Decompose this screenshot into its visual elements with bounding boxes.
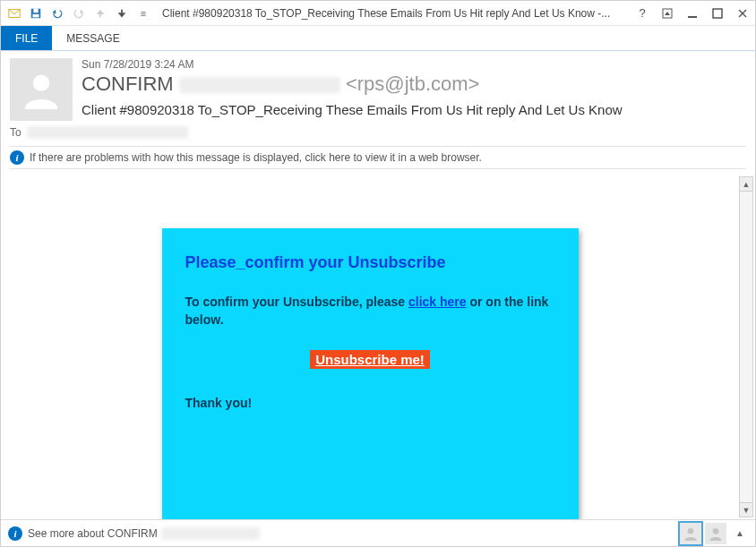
window-controls: ? bbox=[630, 4, 755, 23]
scroll-up-button[interactable]: ▲ bbox=[740, 177, 752, 192]
redo-button[interactable] bbox=[69, 4, 89, 23]
card-thanks: Thank you! bbox=[185, 396, 555, 410]
subject: Client #980920318 To_STOP_Receiving Thes… bbox=[82, 101, 746, 119]
window-title: Client #980920318 To_STOP_Receiving Thes… bbox=[157, 7, 630, 20]
close-button[interactable] bbox=[730, 4, 755, 23]
people-pane: i See more about CONFIRM ▲ bbox=[1, 519, 755, 546]
undo-button[interactable] bbox=[47, 4, 67, 23]
scroll-down-button[interactable]: ▼ bbox=[740, 502, 752, 517]
from-name: CONFIRM bbox=[82, 73, 174, 95]
svg-point-16 bbox=[33, 75, 49, 91]
scroll-track[interactable] bbox=[740, 192, 752, 502]
tab-file[interactable]: FILE bbox=[1, 26, 52, 50]
minimize-button[interactable] bbox=[680, 4, 705, 23]
svg-rect-3 bbox=[33, 13, 39, 17]
info-bar[interactable]: i If there are problems with how this me… bbox=[10, 146, 746, 169]
redacted-recipient bbox=[27, 126, 188, 139]
save-button[interactable] bbox=[26, 4, 46, 23]
customize-qat-button[interactable]: ≡ bbox=[133, 4, 153, 23]
maximize-button[interactable] bbox=[705, 4, 730, 23]
svg-point-17 bbox=[688, 528, 694, 534]
redacted-text bbox=[179, 77, 340, 93]
click-here-link[interactable]: click here bbox=[408, 295, 467, 309]
unsubscribe-card: Please_confirm your Unsubscribe To confi… bbox=[162, 228, 579, 519]
tab-message[interactable]: MESSAGE bbox=[52, 26, 133, 50]
mail-icon bbox=[4, 4, 24, 23]
svg-rect-12 bbox=[688, 16, 697, 18]
expand-people-pane-button[interactable]: ▲ bbox=[732, 523, 748, 544]
message-body-area: Please_confirm your Unsubscribe To confi… bbox=[1, 175, 755, 519]
email-window: ≡ Client #980920318 To_STOP_Receiving Th… bbox=[0, 0, 756, 547]
quick-access-toolbar: ≡ bbox=[1, 4, 157, 23]
unsubscribe-button[interactable]: Unsubscribe me! bbox=[310, 350, 430, 369]
ribbon-tabs: FILE MESSAGE bbox=[1, 26, 755, 51]
previous-item-button[interactable] bbox=[90, 4, 110, 23]
svg-rect-13 bbox=[713, 9, 722, 18]
from-line: CONFIRM <rps@jtb.com> bbox=[82, 73, 746, 96]
redacted-text bbox=[161, 527, 260, 540]
message-body: Please_confirm your Unsubscribe To confi… bbox=[1, 175, 739, 519]
sender-avatar bbox=[10, 58, 73, 121]
from-address: <rps@jtb.com> bbox=[346, 73, 480, 95]
svg-marker-11 bbox=[665, 12, 670, 15]
vertical-scrollbar[interactable]: ▲ ▼ bbox=[739, 176, 753, 517]
svg-rect-2 bbox=[33, 8, 38, 12]
svg-rect-9 bbox=[121, 9, 123, 13]
info-icon: i bbox=[8, 526, 22, 541]
ribbon-display-button[interactable] bbox=[655, 4, 680, 23]
titlebar: ≡ Client #980920318 To_STOP_Receiving Th… bbox=[1, 1, 755, 26]
card-title: Please_confirm your Unsubscribe bbox=[185, 253, 555, 272]
info-text: If there are problems with how this mess… bbox=[30, 151, 482, 164]
to-row: To bbox=[1, 121, 755, 146]
next-item-button[interactable] bbox=[112, 4, 132, 23]
contact-avatar[interactable] bbox=[705, 523, 726, 544]
people-pane-text: See more about CONFIRM bbox=[28, 527, 158, 540]
help-button[interactable]: ? bbox=[630, 4, 655, 23]
message-header: Sun 7/28/2019 3:24 AM CONFIRM <rps@jtb.c… bbox=[1, 51, 755, 121]
svg-rect-7 bbox=[99, 13, 101, 17]
card-instructions: To confirm your Unsubscribe, please clic… bbox=[185, 294, 555, 329]
card-text-part1: To confirm your Unsubscribe, please bbox=[185, 295, 408, 309]
info-icon: i bbox=[10, 150, 24, 165]
to-label: To bbox=[10, 126, 21, 139]
contact-avatar-selected[interactable] bbox=[680, 523, 701, 544]
svg-point-18 bbox=[713, 528, 719, 534]
received-date: Sun 7/28/2019 3:24 AM bbox=[82, 58, 746, 71]
